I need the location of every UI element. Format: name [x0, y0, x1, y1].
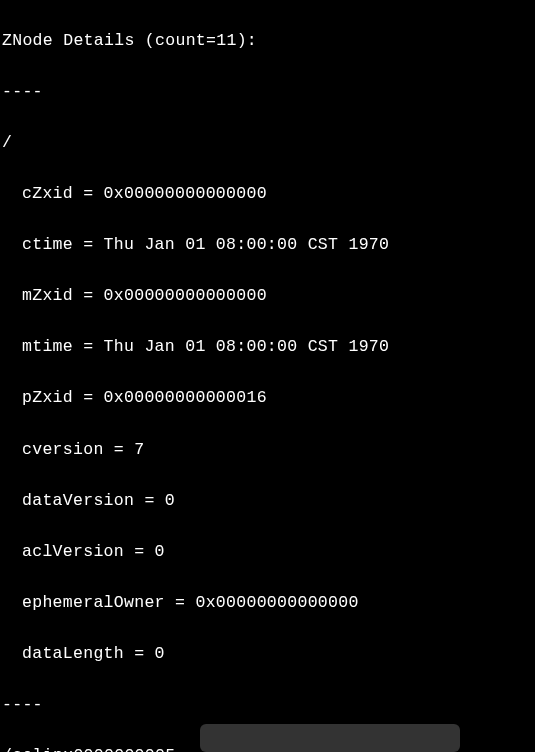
field-aclVersion: aclVersion = 0: [2, 539, 533, 565]
divider: ----: [2, 79, 533, 105]
field-mtime: mtime = Thu Jan 01 08:00:00 CST 1970: [2, 334, 533, 360]
terminal-output: ZNode Details (count=11): ---- / cZxid =…: [0, 0, 535, 752]
field-dataLength: dataLength = 0: [2, 641, 533, 667]
field-dataVersion: dataVersion = 0: [2, 488, 533, 514]
field-cZxid: cZxid = 0x00000000000000: [2, 181, 533, 207]
field-pZxid: pZxid = 0x00000000000016: [2, 385, 533, 411]
watermark-overlay: [200, 724, 460, 752]
znode-header: ZNode Details (count=11):: [2, 28, 533, 54]
field-mZxid: mZxid = 0x00000000000000: [2, 283, 533, 309]
field-cversion: cversion = 7: [2, 437, 533, 463]
field-ctime: ctime = Thu Jan 01 08:00:00 CST 1970: [2, 232, 533, 258]
node-path: /: [2, 130, 533, 156]
field-ephemeralOwner: ephemeralOwner = 0x00000000000000: [2, 590, 533, 616]
divider: ----: [2, 692, 533, 718]
